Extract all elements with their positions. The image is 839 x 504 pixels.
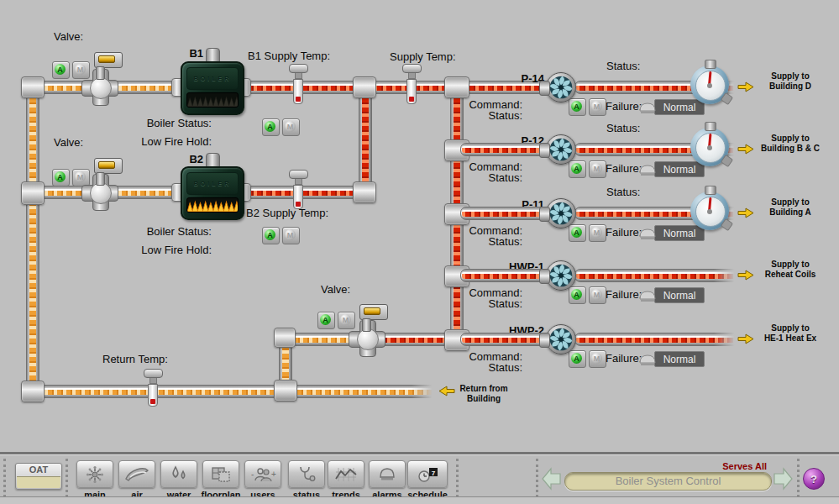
failure-label: Failure: bbox=[606, 226, 642, 239]
graphic-title-field[interactable]: Boiler System Control bbox=[564, 472, 772, 491]
auto-button[interactable]: A bbox=[569, 160, 586, 178]
b1-firebox-icon bbox=[186, 92, 239, 108]
alarms-icon bbox=[374, 465, 401, 485]
status-label: Status: bbox=[606, 122, 640, 134]
schedule-button[interactable]: 7 bbox=[407, 460, 448, 488]
alarm-bell-icon bbox=[638, 227, 658, 240]
tee-fitting bbox=[353, 76, 376, 98]
b1-nameplate: BOILER bbox=[186, 67, 239, 90]
pipe-return-fade bbox=[412, 383, 437, 398]
manual-button[interactable]: M bbox=[282, 118, 300, 136]
auto-button[interactable]: A bbox=[569, 286, 586, 304]
separator bbox=[456, 459, 459, 497]
b2-name: B2 bbox=[176, 153, 203, 165]
svg-text:-: - bbox=[251, 470, 254, 479]
failure-label: Failure: bbox=[606, 352, 642, 365]
main-icon bbox=[81, 465, 108, 485]
supply-arrow-icon bbox=[737, 207, 754, 218]
b2-low-fire-label: Low Fire Hold: bbox=[124, 244, 212, 256]
status-label: Status: bbox=[450, 109, 522, 122]
manual-button[interactable]: M bbox=[589, 98, 606, 116]
failure-status-badge: Normal bbox=[654, 351, 705, 367]
auto-button[interactable]: A bbox=[52, 169, 70, 186]
status-label: Status: bbox=[450, 361, 522, 374]
supply-temp-sensor bbox=[402, 64, 422, 104]
oat-button[interactable]: OAT bbox=[15, 463, 62, 490]
tee-fitting bbox=[21, 181, 45, 205]
return-temp-sensor bbox=[144, 369, 163, 407]
failure-status-badge: Normal bbox=[654, 225, 705, 241]
failure-label: Failure: bbox=[606, 100, 642, 113]
pump-am-buttons: A M bbox=[569, 98, 606, 116]
failure-status-badge: Normal bbox=[654, 287, 705, 303]
separator bbox=[66, 459, 68, 497]
b2-boiler-status-label: Boiler Status: bbox=[124, 225, 212, 238]
pump-impeller-icon bbox=[549, 138, 573, 161]
water-icon bbox=[165, 465, 192, 485]
toolbar-item-schedule: 7 schedule bbox=[401, 460, 454, 500]
pump-impeller-icon bbox=[549, 76, 573, 99]
status-bar bbox=[0, 496, 839, 504]
alarm-bell-icon bbox=[638, 289, 658, 302]
auto-button[interactable]: A bbox=[569, 224, 586, 242]
schedule-day-number: 7 bbox=[432, 469, 436, 476]
pump-impeller-icon bbox=[549, 328, 573, 351]
floorplan-button[interactable] bbox=[202, 460, 239, 488]
auto-button[interactable]: A bbox=[52, 61, 70, 79]
nav-forward-arrow[interactable] bbox=[773, 466, 794, 491]
destination-label: Supply to Building D bbox=[755, 71, 826, 91]
status-icon bbox=[293, 465, 320, 485]
supply-arrow-icon bbox=[737, 81, 754, 92]
b1-boiler-am-buttons: A M bbox=[262, 118, 300, 136]
manual-button[interactable]: M bbox=[589, 286, 606, 304]
pressure-gauge bbox=[690, 128, 729, 166]
users-button[interactable]: -+ bbox=[244, 460, 281, 488]
air-button[interactable] bbox=[118, 460, 155, 488]
supply-temp-label: Supply Temp: bbox=[390, 50, 456, 63]
failure-status-badge: Normal bbox=[654, 161, 705, 177]
users-icon: -+ bbox=[249, 465, 276, 485]
schedule-icon: 7 bbox=[414, 465, 441, 485]
separator bbox=[3, 459, 6, 497]
status-label: Status: bbox=[606, 60, 640, 72]
pump-am-buttons: A M bbox=[569, 160, 606, 178]
pump-hwp2 bbox=[546, 324, 576, 354]
alarm-bell-icon bbox=[638, 163, 658, 176]
pump-impeller-icon bbox=[549, 202, 573, 225]
pump-am-buttons: A M bbox=[569, 350, 606, 368]
auto-button[interactable]: A bbox=[262, 227, 280, 244]
boiler-system-screen: Valve: A M Valve: A M Valve: A M B1 BOIL… bbox=[0, 0, 839, 504]
manual-button[interactable]: M bbox=[589, 224, 606, 242]
auto-button[interactable]: A bbox=[569, 98, 586, 116]
separator bbox=[797, 459, 800, 497]
return-temp-label: Return Temp: bbox=[102, 353, 168, 365]
failure-label: Failure: bbox=[606, 288, 642, 301]
b2-nameplate: BOILER bbox=[186, 172, 239, 195]
pump-name: P-14 bbox=[467, 72, 544, 85]
b2-boiler-am-buttons: A M bbox=[262, 227, 300, 244]
auto-button[interactable]: A bbox=[317, 312, 335, 329]
alarms-button[interactable] bbox=[369, 460, 406, 488]
pump-p12 bbox=[546, 134, 576, 165]
water-button[interactable] bbox=[160, 460, 197, 488]
oat-label: OAT bbox=[16, 464, 61, 476]
pipe-merge-riser bbox=[359, 84, 372, 192]
b1-boiler-status-label: Boiler Status: bbox=[124, 117, 212, 129]
pump-suction-pipe bbox=[460, 333, 551, 346]
trends-icon bbox=[333, 465, 359, 485]
nav-back-arrow[interactable] bbox=[541, 466, 562, 491]
manual-button[interactable]: M bbox=[282, 227, 300, 244]
help-button[interactable]: ? bbox=[803, 468, 825, 490]
main-button[interactable] bbox=[76, 460, 113, 488]
manual-button[interactable]: M bbox=[589, 350, 606, 368]
pump-p11 bbox=[546, 198, 576, 228]
b2-firebox-icon bbox=[186, 197, 239, 213]
manual-button[interactable]: M bbox=[589, 160, 606, 178]
pump-p14 bbox=[546, 72, 576, 102]
failure-label: Failure: bbox=[606, 162, 642, 175]
auto-button[interactable]: A bbox=[569, 350, 586, 368]
elbow-fitting bbox=[21, 381, 45, 402]
pipe-mix-outlet bbox=[376, 333, 455, 346]
trends-button[interactable] bbox=[328, 460, 364, 488]
auto-button[interactable]: A bbox=[262, 118, 280, 136]
